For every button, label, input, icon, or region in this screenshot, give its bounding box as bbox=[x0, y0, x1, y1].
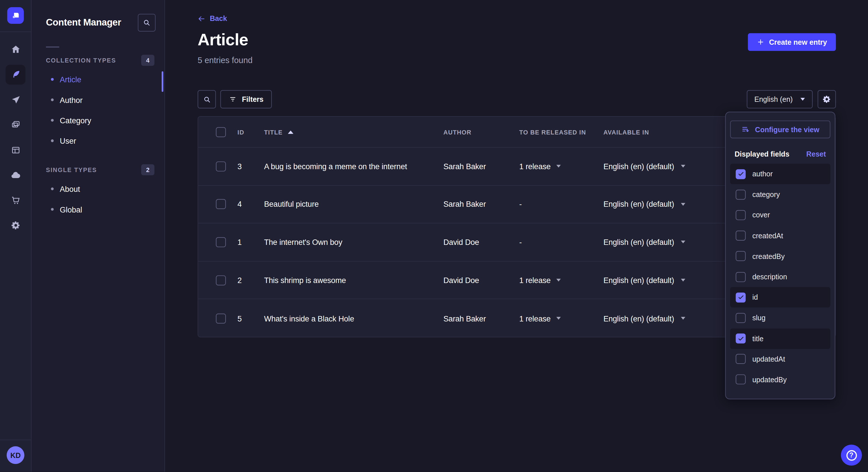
field-label: category bbox=[752, 191, 780, 199]
cell-title: A bug is becoming a meme on the internet bbox=[264, 162, 443, 171]
field-label: cover bbox=[752, 211, 770, 220]
cell-author: Sarah Baker bbox=[443, 200, 519, 209]
marketplace-cart-icon[interactable] bbox=[5, 190, 25, 210]
checkbox-icon[interactable] bbox=[736, 354, 746, 364]
question-mark-icon: ? bbox=[846, 450, 857, 461]
sidebar-item-label: Global bbox=[60, 205, 82, 214]
select-all-checkbox[interactable] bbox=[216, 127, 226, 137]
home-icon[interactable] bbox=[5, 39, 25, 59]
view-settings-gear-button[interactable] bbox=[817, 90, 836, 108]
content-manager-feather-icon[interactable] bbox=[5, 65, 25, 84]
subnav-title: Content Manager bbox=[46, 17, 121, 28]
view-settings-popover: Configure the view Displayed fields Rese… bbox=[725, 112, 835, 400]
row-checkbox[interactable] bbox=[216, 313, 226, 324]
user-avatar[interactable]: KD bbox=[7, 446, 24, 464]
release-dropdown[interactable]: 1 release bbox=[519, 276, 603, 285]
field-label: updatedAt bbox=[752, 355, 785, 363]
sidebar-item-about[interactable]: About bbox=[32, 179, 164, 199]
content-type-builder-layout-icon[interactable] bbox=[5, 140, 25, 160]
create-new-entry-button[interactable]: Create new entry bbox=[748, 33, 836, 51]
rail-divider bbox=[0, 32, 31, 32]
field-label: createdAt bbox=[752, 231, 783, 240]
checkbox-icon[interactable] bbox=[736, 190, 746, 200]
row-checkbox[interactable] bbox=[216, 199, 226, 209]
single-types-label: SINGLE TYPES bbox=[46, 167, 97, 173]
row-checkbox[interactable] bbox=[216, 237, 226, 247]
field-option-updatedAt[interactable]: updatedAt bbox=[730, 349, 830, 369]
sidebar-item-global[interactable]: Global bbox=[32, 199, 164, 220]
plus-icon bbox=[757, 38, 765, 46]
checkbox-checked-icon[interactable] bbox=[736, 169, 746, 179]
checkbox-icon[interactable] bbox=[736, 313, 746, 323]
chevron-down-icon bbox=[556, 317, 561, 320]
field-option-updatedBy[interactable]: updatedBy bbox=[730, 369, 830, 390]
sidebar-item-user[interactable]: User bbox=[32, 131, 164, 151]
column-header-title[interactable]: TITLE bbox=[264, 129, 443, 135]
checkbox-icon[interactable] bbox=[736, 231, 746, 241]
checkbox-icon[interactable] bbox=[736, 375, 746, 385]
settings-gear-icon[interactable] bbox=[5, 215, 25, 235]
cell-title: Beautiful picture bbox=[264, 200, 443, 209]
sidebar-item-label: Category bbox=[60, 116, 91, 125]
configure-list-icon bbox=[741, 125, 750, 134]
subnav-search-button[interactable] bbox=[138, 14, 156, 32]
field-option-id[interactable]: id bbox=[730, 287, 830, 308]
filter-lines-icon bbox=[228, 95, 237, 103]
available-value: English (en) (default) bbox=[603, 200, 674, 209]
field-option-category[interactable]: category bbox=[730, 184, 830, 205]
checkbox-icon[interactable] bbox=[736, 251, 746, 261]
sidebar-item-label: User bbox=[60, 136, 76, 145]
main-nav-rail: KD bbox=[0, 0, 32, 472]
column-header-id[interactable]: ID bbox=[237, 129, 264, 135]
create-new-entry-label: Create new entry bbox=[769, 38, 827, 46]
sidebar-item-article[interactable]: Article bbox=[32, 69, 164, 90]
field-label: slug bbox=[752, 314, 766, 322]
sidebar-item-label: Article bbox=[60, 75, 81, 84]
table-search-button[interactable] bbox=[198, 90, 216, 108]
checkbox-checked-icon[interactable] bbox=[736, 293, 746, 303]
media-library-images-icon[interactable] bbox=[5, 115, 25, 134]
subnav-divider bbox=[46, 46, 59, 47]
search-icon bbox=[143, 19, 151, 27]
row-checkbox[interactable] bbox=[216, 275, 226, 285]
field-option-createdBy[interactable]: createdBy bbox=[730, 246, 830, 267]
locale-select[interactable]: English (en) bbox=[747, 90, 813, 108]
field-option-description[interactable]: description bbox=[730, 266, 830, 287]
field-option-cover[interactable]: cover bbox=[730, 205, 830, 225]
sidebar-item-author[interactable]: Author bbox=[32, 90, 164, 110]
bullet-icon bbox=[51, 78, 54, 81]
release-dropdown[interactable]: 1 release bbox=[519, 162, 603, 171]
locale-value: English (en) bbox=[754, 95, 793, 103]
releases-paper-plane-icon[interactable] bbox=[5, 90, 25, 109]
checkbox-icon[interactable] bbox=[736, 272, 746, 282]
field-option-createdAt[interactable]: createdAt bbox=[730, 225, 830, 246]
strapi-logo-icon bbox=[11, 11, 20, 20]
column-header-release[interactable]: TO BE RELEASED IN bbox=[519, 129, 603, 135]
release-value: 1 release bbox=[519, 162, 551, 171]
field-option-author[interactable]: author bbox=[730, 164, 830, 184]
column-header-author[interactable]: AUTHOR bbox=[443, 129, 519, 135]
deploy-cloud-icon[interactable] bbox=[5, 165, 25, 185]
strapi-logo[interactable] bbox=[7, 7, 24, 24]
checkbox-checked-icon[interactable] bbox=[736, 334, 746, 343]
sidebar-item-category[interactable]: Category bbox=[32, 110, 164, 131]
back-link[interactable]: Back bbox=[198, 14, 227, 23]
subnav-scrollbar-thumb[interactable] bbox=[162, 71, 163, 92]
filters-button[interactable]: Filters bbox=[220, 90, 272, 108]
field-label: title bbox=[752, 334, 764, 343]
chevron-down-icon bbox=[681, 279, 685, 281]
subnav-header: Content Manager bbox=[32, 0, 164, 32]
cell-author: David Doe bbox=[443, 276, 519, 285]
column-header-title-label: TITLE bbox=[264, 129, 283, 135]
field-option-title[interactable]: title bbox=[730, 328, 830, 349]
bullet-icon bbox=[51, 139, 54, 142]
rail-bottom: KD bbox=[0, 440, 31, 472]
release-value: 1 release bbox=[519, 314, 551, 323]
checkbox-icon[interactable] bbox=[736, 210, 746, 220]
release-dropdown[interactable]: 1 release bbox=[519, 314, 603, 323]
collection-types-count-badge: 4 bbox=[141, 55, 154, 66]
reset-link[interactable]: Reset bbox=[806, 150, 826, 158]
configure-view-button[interactable]: Configure the view bbox=[730, 121, 830, 138]
field-option-slug[interactable]: slug bbox=[730, 308, 830, 328]
row-checkbox[interactable] bbox=[216, 162, 226, 171]
